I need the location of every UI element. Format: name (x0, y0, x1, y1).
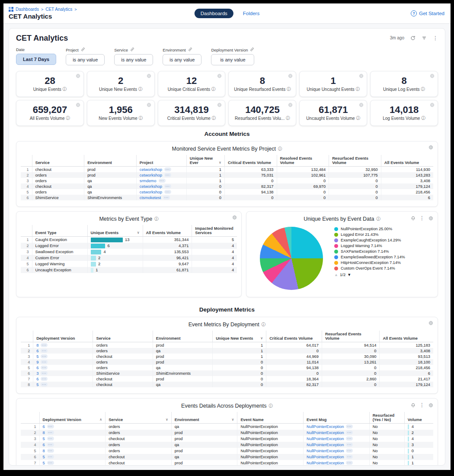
legend-item[interactable]: HttpHostConnectException 7.14% (334, 261, 424, 265)
column-header[interactable]: Resolved Events Volume (277, 155, 329, 167)
kebab-menu-icon[interactable]: ⋮ (433, 35, 438, 41)
sort-desc-icon[interactable]: ∨ (137, 231, 140, 235)
more-actions-pill[interactable]: ··· (164, 167, 171, 171)
cell-link[interactable]: 6 (36, 349, 38, 353)
cell-link[interactable]: ctsmoketest (140, 196, 161, 200)
cell-link[interactable]: 6 (36, 366, 38, 370)
column-header[interactable]: Event Name (237, 412, 304, 424)
more-actions-pill[interactable]: ··· (346, 431, 353, 434)
refresh-icon[interactable] (410, 35, 416, 41)
sort-desc-icon[interactable]: ∨ (260, 336, 263, 340)
globe-icon[interactable] (288, 74, 293, 78)
cell-link[interactable]: srmdemo (140, 179, 157, 183)
more-actions-pill[interactable]: ··· (346, 425, 353, 428)
cell-link[interactable]: NullPointerException (307, 425, 344, 429)
cell-link[interactable]: 6 (43, 443, 45, 447)
column-header[interactable]: All Events Volume (381, 155, 433, 167)
column-header[interactable]: Resurfaced Events Volume (322, 331, 380, 342)
cell-link[interactable]: NullPointerException (307, 443, 344, 447)
column-header[interactable]: Resurfaced Events Volume (329, 155, 381, 167)
cell-link[interactable]: 3 (36, 371, 38, 376)
more-actions-pill[interactable]: ··· (47, 431, 54, 434)
column-header[interactable]: Event Msg (304, 412, 370, 424)
column-header[interactable]: Environment (84, 155, 137, 167)
column-header[interactable]: Critical Events Volume (266, 331, 322, 342)
bell-icon[interactable] (411, 403, 416, 408)
cell-link[interactable]: cetworkshop (140, 167, 162, 172)
legend-item[interactable]: NullPointerException 25.00% (334, 227, 424, 232)
more-actions-pill[interactable]: ··· (41, 371, 48, 375)
column-header[interactable]: Deployment Version (33, 331, 93, 342)
more-actions-pill[interactable]: ··· (41, 354, 48, 358)
cell-link[interactable]: 6 (36, 377, 38, 381)
column-header[interactable]: Service (32, 155, 84, 167)
cell-link[interactable]: cetworkshop (140, 173, 162, 177)
column-header[interactable]: Project (136, 155, 186, 167)
cell-link[interactable]: NullPointerException (307, 449, 344, 453)
column-header[interactable]: Critical Events Volume (224, 155, 277, 167)
bell-icon[interactable] (411, 216, 416, 221)
column-header[interactable]: Impacted Monitored Services (192, 225, 237, 237)
globe-icon[interactable] (430, 74, 435, 78)
globe-icon[interactable] (359, 74, 364, 78)
column-header[interactable]: Service∨ (106, 412, 172, 424)
cell-link[interactable]: 5 (43, 461, 45, 465)
more-actions-pill[interactable]: ··· (164, 173, 171, 177)
globe-icon[interactable] (430, 103, 435, 107)
sort-asc-icon[interactable]: ∧ (99, 418, 102, 421)
column-header[interactable]: Service (93, 331, 153, 342)
cell-link[interactable]: 6 (43, 425, 45, 429)
globe-icon[interactable] (232, 215, 237, 220)
legend-item[interactable]: Logged Warning 7.14% (334, 244, 424, 248)
globe-icon[interactable] (147, 103, 151, 107)
globe-icon[interactable] (217, 103, 222, 107)
more-actions-pill[interactable]: ··· (163, 196, 170, 199)
breadcrumb-dashboards[interactable]: Dashboards (16, 7, 39, 12)
cell-link[interactable]: 5 (36, 383, 38, 387)
filter-value[interactable]: is any value (163, 54, 201, 65)
more-actions-pill[interactable]: ··· (41, 360, 48, 364)
get-started-link[interactable]: Get Started (419, 11, 444, 16)
cell-link[interactable]: 8 (36, 343, 38, 347)
globe-icon[interactable] (76, 103, 80, 107)
more-actions-pill[interactable]: ··· (346, 461, 353, 465)
cell-link[interactable]: 5 (43, 437, 45, 441)
more-actions-pill[interactable]: ··· (164, 190, 171, 194)
column-header[interactable]: Resurfaced (Yes / No) (369, 412, 404, 424)
globe-icon[interactable] (76, 74, 80, 78)
cell-link[interactable]: cetworkshop (140, 184, 162, 189)
cell-link[interactable]: NullPointerException (307, 461, 344, 465)
legend-item[interactable]: Logged Error 21.43% (334, 232, 424, 237)
more-actions-pill[interactable]: ··· (47, 425, 54, 428)
cell-link[interactable]: 9 (36, 360, 38, 364)
column-header[interactable]: Environment∨ (171, 412, 237, 424)
column-header[interactable]: Unique New Events∨ (213, 331, 266, 342)
pie-chart[interactable] (260, 227, 323, 290)
more-actions-pill[interactable]: ··· (41, 343, 48, 347)
cell-link[interactable]: 8 (43, 449, 45, 453)
more-actions-pill[interactable]: ··· (159, 179, 166, 183)
more-actions-pill[interactable]: ··· (346, 449, 353, 453)
breadcrumb-cet-analytics[interactable]: CET Analytics (45, 7, 72, 12)
column-header[interactable]: All Events Volume (143, 225, 192, 237)
filter-value[interactable]: is any value (114, 54, 153, 65)
column-header[interactable]: Unique New Ever∨ (186, 155, 224, 167)
legend-item[interactable]: ExampleCaughtException 14.29% (334, 238, 424, 243)
column-header[interactable]: Event Type (32, 225, 87, 237)
filter-value[interactable]: is any value (66, 54, 105, 65)
more-actions-pill[interactable]: ··· (346, 437, 353, 441)
globe-icon[interactable] (217, 74, 222, 78)
cell-link[interactable]: NullPointerException (307, 431, 344, 435)
column-header[interactable]: Volume (404, 412, 433, 424)
cell-link[interactable]: NullPointerException (307, 437, 344, 441)
legend-item[interactable]: ExampleSwallowedException 7.14% (334, 255, 424, 260)
legend-page-down-icon[interactable]: ▼ (347, 273, 351, 277)
legend-page-up-icon[interactable]: ▲ (334, 273, 338, 277)
globe-icon[interactable] (288, 103, 293, 107)
cell-link[interactable]: 5 (36, 354, 38, 359)
tab-folders[interactable]: Folders (243, 11, 259, 16)
sort-desc-icon[interactable]: ∨ (232, 418, 234, 421)
more-actions-pill[interactable]: ··· (346, 455, 353, 459)
sort-desc-icon[interactable]: ∨ (166, 418, 168, 421)
legend-item[interactable]: Custom OverOps Event 7.14% (334, 266, 424, 271)
